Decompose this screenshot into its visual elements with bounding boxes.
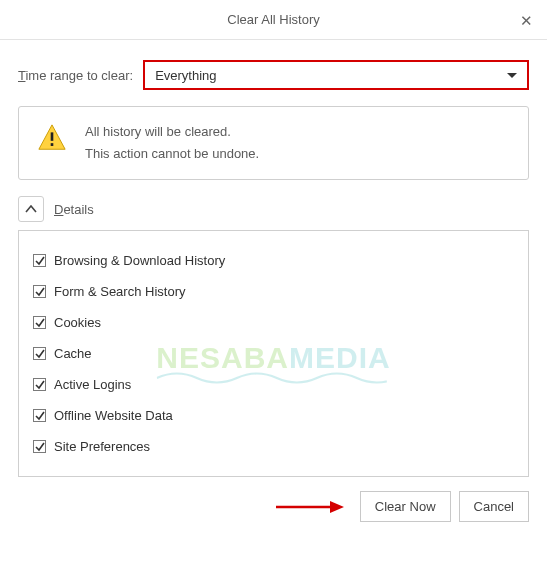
svg-marker-4 (330, 501, 344, 513)
checkbox-label: Form & Search History (54, 284, 185, 299)
details-label: Details (54, 202, 94, 217)
checkbox-row[interactable]: Form & Search History (33, 276, 514, 307)
checkbox[interactable] (33, 440, 46, 453)
dialog-title: Clear All History (227, 12, 319, 27)
checkbox-row[interactable]: Cache (33, 338, 514, 369)
title-bar: Clear All History ✕ (0, 0, 547, 40)
warning-text: All history will be cleared. This action… (85, 121, 259, 165)
checkbox-label: Cache (54, 346, 92, 361)
chevron-up-icon (25, 205, 37, 213)
checkbox-row[interactable]: Active Logins (33, 369, 514, 400)
chevron-down-icon (507, 73, 517, 78)
checkbox-label: Offline Website Data (54, 408, 173, 423)
checkbox[interactable] (33, 409, 46, 422)
checkbox[interactable] (33, 316, 46, 329)
details-row: Details (18, 196, 529, 222)
checkbox[interactable] (33, 378, 46, 391)
checkbox-label: Active Logins (54, 377, 131, 392)
time-range-label: Time range to clear: (18, 68, 133, 83)
checkbox-row[interactable]: Browsing & Download History (33, 245, 514, 276)
close-icon[interactable]: ✕ (520, 12, 533, 27)
dialog-footer: Clear Now Cancel (0, 477, 547, 538)
warning-icon (37, 123, 67, 153)
time-range-value: Everything (155, 68, 216, 83)
cancel-button[interactable]: Cancel (459, 491, 529, 522)
warning-line1: All history will be cleared. (85, 121, 259, 143)
time-range-row: Time range to clear: Everything (18, 60, 529, 90)
clear-now-button[interactable]: Clear Now (360, 491, 451, 522)
checkbox-row[interactable]: Offline Website Data (33, 400, 514, 431)
checkbox-label: Site Preferences (54, 439, 150, 454)
checkbox-row[interactable]: Cookies (33, 307, 514, 338)
checkbox-row[interactable]: Site Preferences (33, 431, 514, 462)
checkbox-label: Browsing & Download History (54, 253, 225, 268)
details-toggle[interactable] (18, 196, 44, 222)
arrow-right-icon (274, 499, 344, 515)
svg-rect-2 (51, 143, 54, 146)
warning-line2: This action cannot be undone. (85, 143, 259, 165)
checkbox[interactable] (33, 285, 46, 298)
details-list: NESABAMEDIA Browsing & Download HistoryF… (18, 230, 529, 477)
dialog-content: Time range to clear: Everything All hist… (0, 40, 547, 477)
checkbox[interactable] (33, 254, 46, 267)
time-range-select[interactable]: Everything (143, 60, 529, 90)
checkbox-label: Cookies (54, 315, 101, 330)
warning-box: All history will be cleared. This action… (18, 106, 529, 180)
checkbox[interactable] (33, 347, 46, 360)
svg-rect-1 (51, 132, 54, 140)
